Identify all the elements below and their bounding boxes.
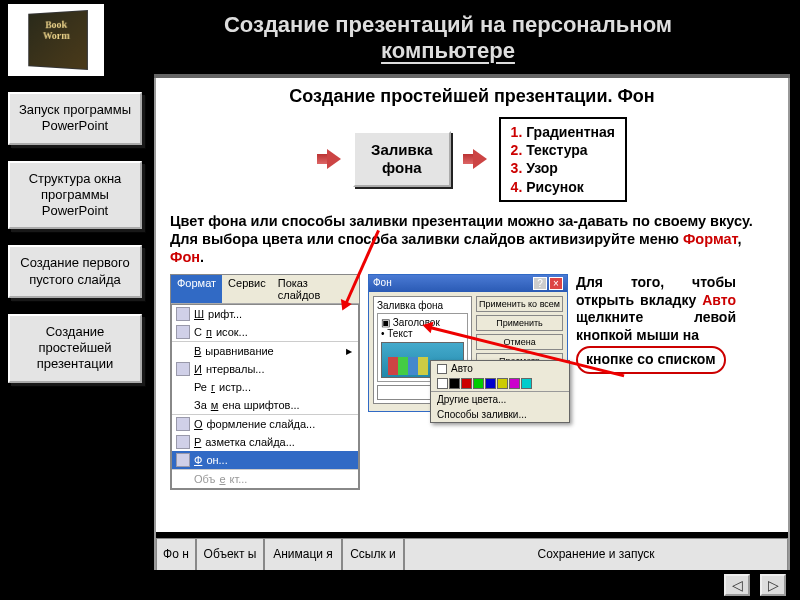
sidebar-item-structure[interactable]: Структура окна программы PowerPoint: [8, 161, 142, 230]
prev-button[interactable]: ◁: [724, 574, 750, 596]
options-box: 1. Градиентная 2. Текстура 3. Узор 4. Ри…: [499, 117, 627, 202]
description: Цвет фона или способы заливки презентаци…: [170, 212, 774, 266]
next-button[interactable]: ▷: [760, 574, 786, 596]
tab-objects[interactable]: Объект ы: [196, 538, 264, 570]
content-card: Создание простейшей презентации. Фон Зал…: [154, 76, 790, 570]
bottom-tabs: Фо н Объект ы Анимаци я Ссылк и Сохранен…: [156, 536, 788, 570]
flow-diagram: Заливкафона 1. Градиентная 2. Текстура 3…: [170, 117, 774, 202]
sidebar: Запуск программы PowerPoint Структура ок…: [0, 76, 150, 570]
page-title: Создание презентаций на персональном ком…: [106, 12, 800, 65]
menu-screenshot: Формат Сервис Показ слайдов Шрифт... Спи…: [170, 274, 360, 490]
tab-background[interactable]: Фо н: [156, 538, 196, 570]
side-text: Для того, чтобы открыть вкладку Авто щел…: [576, 274, 736, 374]
color-popup: Авто Другие цвета... Способы заливки...: [430, 360, 570, 423]
sidebar-item-simple-presentation[interactable]: Создание простейшей презентации: [8, 314, 142, 383]
arrow-icon: [317, 149, 341, 169]
fill-box: Заливкафона: [353, 131, 451, 187]
arrow-icon: [463, 149, 487, 169]
tab-animation[interactable]: Анимаци я: [264, 538, 342, 570]
tab-save-run[interactable]: Сохранение и запуск: [404, 538, 788, 570]
screenshot-area: Формат Сервис Показ слайдов Шрифт... Спи…: [170, 274, 774, 490]
subtitle: Создание простейшей презентации. Фон: [170, 86, 774, 107]
sidebar-item-first-slide[interactable]: Создание первого пустого слайда: [8, 245, 142, 298]
logo: [6, 2, 106, 78]
sidebar-item-launch[interactable]: Запуск программы PowerPoint: [8, 92, 142, 145]
tab-links[interactable]: Ссылк и: [342, 538, 404, 570]
